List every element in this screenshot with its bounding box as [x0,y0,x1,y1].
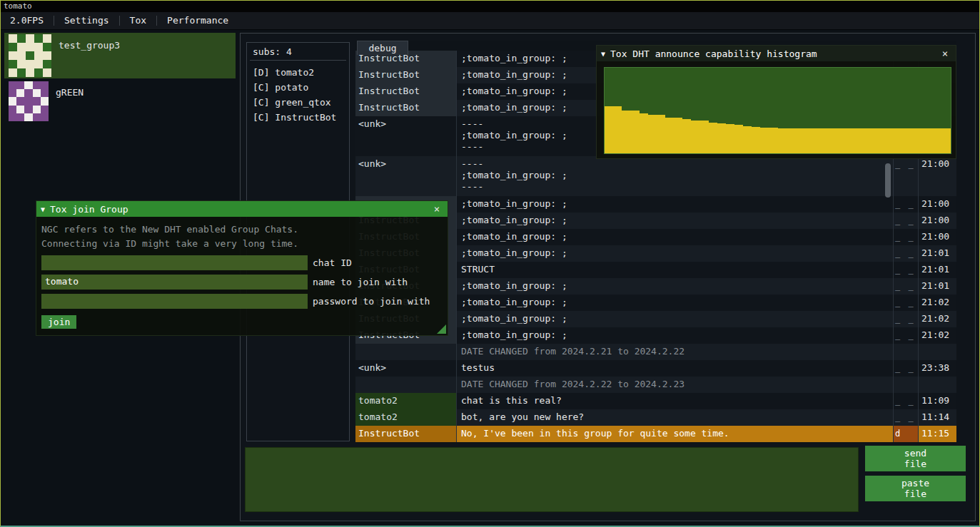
close-icon[interactable]: × [939,48,951,59]
join-name-input[interactable]: tomato [41,275,308,290]
sender-name: <unk> [355,156,457,196]
histogram-bar [699,121,708,153]
histogram-bar [838,128,847,153]
histogram-bar [804,128,812,153]
histogram-bar [916,128,925,153]
message-time: 21:02 [919,327,954,344]
message-time: 11:09 [919,393,954,409]
histogram-bar [743,126,752,153]
message-status: _ _ [894,295,919,311]
message-text: testus [457,360,894,377]
message-text: ;tomato_in_group: ; [457,295,894,311]
group-avatar [9,81,49,121]
menu-item-settings[interactable]: Settings [54,12,119,29]
date-separator-row: DATE CHANGED from 2024.2.22 to 2024.2.23 [355,377,956,393]
menu-item-tox[interactable]: Tox [120,12,156,29]
message-row: tomato2bot, are you new here?_ _11:14 [355,409,956,426]
resize-grip[interactable] [437,324,446,334]
message-input[interactable] [245,447,859,512]
histogram-bar [674,118,682,153]
message-status [894,344,919,360]
histogram-bar [873,128,882,153]
os-window-titlebar[interactable]: tomato [0,0,980,12]
contact-item-test_group3[interactable]: test_group3 [4,33,236,78]
dht-histogram-title: Tox DHT announce capability histogram [610,48,939,59]
message-status: _ _ [894,213,919,229]
message-time: 11:14 [919,409,954,426]
join-password-label: password to join with [313,296,430,307]
histogram-bar [787,128,795,153]
histogram-bar [778,128,787,153]
join-description-line: NGC refers to the New DHT enabled Group … [41,222,443,237]
chat-id-input[interactable] [41,255,308,270]
dht-histogram-window: ▼ Tox DHT announce capability histogram … [596,45,956,159]
message-text: ;tomato_in_group: ; [457,245,894,262]
sender-name: <unk> [355,360,457,377]
group-avatar [9,34,51,77]
message-row: <unk>testus_ _23:38 [355,360,956,377]
sender-name: InstructBot [355,100,457,116]
date-changed-text: DATE CHANGED from 2024.2.21 to 2024.2.22 [457,344,894,360]
member-list: [D] tomato2[C] potato[C] green_qtox[C] I… [253,65,343,125]
histogram-bar [882,128,890,153]
paste-file-button[interactable]: paste file [865,476,966,501]
message-status: _ _ [894,229,919,245]
contact-item-gREEN[interactable]: gREEN [4,80,236,124]
message-text: ;tomato_in_group: ; [457,196,894,213]
collapse-arrow-icon[interactable]: ▼ [41,205,45,213]
member-item[interactable]: [C] potato [253,80,343,95]
tab-debug[interactable]: debug [357,41,408,55]
histogram-bar [925,128,934,153]
histogram-bar [821,128,829,153]
message-text: ;tomato_in_group: ; [457,229,894,245]
chat-id-label: chat ID [313,257,352,268]
histogram-bar [613,106,622,153]
collapse-arrow-icon[interactable]: ▼ [601,50,605,58]
message-row: tomato2chat is this real?_ _11:09 [355,393,956,409]
member-item[interactable]: [C] green_qtox [253,95,343,110]
message-text: ;tomato_in_group: ; [457,311,894,327]
message-status: _ _ [894,360,919,377]
message-text: ---- ;tomato_in_group: ; ---- [457,156,894,196]
message-time: 21:01 [919,278,954,295]
histogram-bar [640,113,648,153]
message-time: 21:00 [919,213,954,229]
chat-scrollbar[interactable] [885,163,891,198]
message-time: 21:02 [919,311,954,327]
member-item[interactable]: [D] tomato2 [253,65,343,80]
join-password-input[interactable] [41,294,308,309]
histogram-bar [605,106,613,153]
message-row: InstructBotNo, I've been in this group f… [355,426,956,442]
histogram-bar [864,128,873,153]
subs-count: subs: 4 [253,46,343,57]
close-icon[interactable]: × [430,203,443,215]
join-button[interactable]: join [41,315,76,329]
histogram-bar [907,128,916,153]
sender-name [355,344,457,360]
message-time: 23:38 [919,360,954,377]
menu-bar: 2.0FPS Settings Tox Performance [0,12,980,30]
message-status: _ _ [894,262,919,278]
send-file-button[interactable]: send file [865,446,966,471]
join-group-titlebar[interactable]: ▼ Tox join Group × [36,201,448,217]
dht-histogram-titlebar[interactable]: ▼ Tox DHT announce capability histogram … [597,46,956,61]
date-changed-text: DATE CHANGED from 2024.2.22 to 2024.2.23 [457,377,894,393]
histogram-bar [665,118,674,153]
window-title: tomato [4,1,32,11]
message-text: No, I've been in this group for quite so… [457,426,894,442]
histogram-bar [691,121,699,153]
histogram-bar [630,111,639,153]
menu-item-performance[interactable]: Performance [157,12,238,29]
message-text: bot, are you new here? [457,409,894,426]
member-item[interactable]: [C] InstructBot [253,110,343,125]
histogram-bar [760,128,769,153]
histogram-bar [812,128,821,153]
sender-name: InstructBot [355,67,457,83]
histogram-bar [752,127,760,153]
histogram-bar [890,128,899,153]
divider [250,60,346,61]
histogram-bar [856,128,864,153]
sender-name: tomato2 [355,409,457,426]
message-status: _ _ [894,393,919,409]
message-text: ;tomato_in_group: ; [457,278,894,295]
